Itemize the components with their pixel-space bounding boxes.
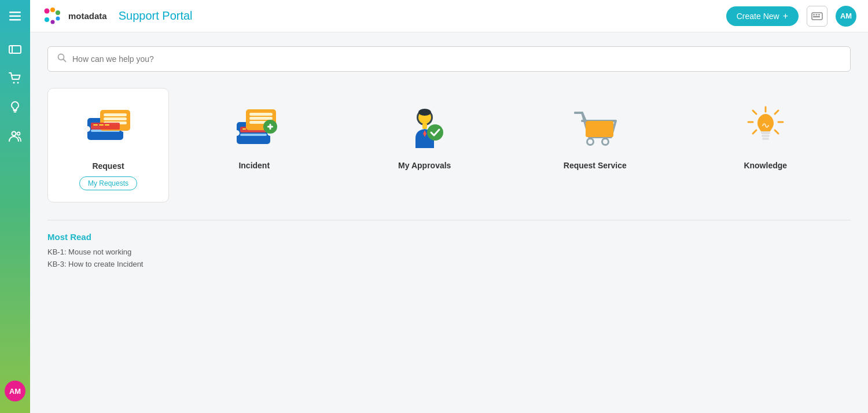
incident-icon bbox=[228, 102, 280, 154]
content-area: Request My Requests bbox=[30, 32, 868, 413]
svg-point-12 bbox=[50, 8, 55, 12]
svg-rect-34 bbox=[93, 124, 98, 126]
svg-point-6 bbox=[17, 82, 19, 84]
svg-line-23 bbox=[64, 60, 66, 62]
sidebar-cart-icon[interactable] bbox=[3, 67, 27, 90]
main-area: motadata Support Portal Create New + AM bbox=[30, 0, 868, 413]
svg-point-5 bbox=[13, 82, 15, 84]
svg-rect-33 bbox=[91, 123, 120, 130]
svg-rect-71 bbox=[761, 131, 770, 134]
svg-rect-59 bbox=[586, 121, 613, 137]
sidebar-bottom-avatar[interactable]: AM bbox=[5, 381, 25, 401]
svg-rect-19 bbox=[816, 14, 818, 15]
knowledge-card[interactable]: Knowledge bbox=[681, 88, 851, 202]
svg-line-65 bbox=[775, 110, 778, 114]
sidebar-bottom: AM bbox=[5, 381, 25, 401]
sidebar: AM bbox=[0, 0, 30, 413]
svg-rect-3 bbox=[9, 46, 21, 53]
create-new-button[interactable]: Create New + bbox=[726, 6, 799, 26]
svg-point-11 bbox=[45, 8, 50, 13]
cards-row: Request My Requests bbox=[47, 88, 851, 202]
svg-rect-35 bbox=[99, 124, 104, 126]
svg-rect-20 bbox=[818, 14, 820, 15]
portal-title: Support Portal bbox=[119, 9, 193, 23]
request-label: Request bbox=[92, 161, 124, 171]
svg-rect-72 bbox=[762, 135, 770, 137]
hamburger-menu[interactable] bbox=[0, 0, 30, 32]
svg-rect-18 bbox=[813, 14, 815, 15]
svg-rect-73 bbox=[762, 138, 769, 140]
svg-point-55 bbox=[418, 109, 431, 116]
request-service-card[interactable]: Request Service bbox=[510, 88, 681, 202]
search-input[interactable] bbox=[72, 54, 841, 64]
approvals-label: My Approvals bbox=[398, 161, 451, 170]
svg-rect-1 bbox=[9, 15, 21, 17]
svg-point-9 bbox=[12, 132, 16, 136]
incident-card[interactable]: Incident bbox=[169, 88, 340, 202]
sidebar-nav bbox=[3, 32, 27, 413]
svg-rect-43 bbox=[242, 128, 246, 130]
sidebar-users-icon[interactable] bbox=[3, 124, 27, 148]
request-service-label: Request Service bbox=[564, 161, 627, 170]
svg-rect-52 bbox=[270, 124, 271, 130]
svg-point-15 bbox=[51, 20, 55, 24]
svg-rect-0 bbox=[9, 12, 21, 13]
logo-icon bbox=[42, 6, 62, 27]
incident-label: Incident bbox=[238, 161, 270, 170]
knowledge-label: Knowledge bbox=[744, 161, 787, 170]
svg-rect-57 bbox=[422, 123, 427, 129]
svg-rect-48 bbox=[249, 117, 273, 120]
svg-point-10 bbox=[17, 132, 20, 135]
svg-rect-30 bbox=[104, 113, 127, 116]
sidebar-ticket-icon[interactable] bbox=[3, 38, 27, 61]
logo: motadata bbox=[42, 6, 107, 27]
svg-point-61 bbox=[588, 139, 593, 144]
approvals-card[interactable]: My Approvals bbox=[340, 88, 510, 202]
svg-rect-31 bbox=[104, 117, 127, 120]
svg-point-63 bbox=[603, 139, 608, 144]
svg-line-70 bbox=[753, 130, 756, 134]
most-read-title: Most Read bbox=[47, 232, 851, 242]
knowledge-icon bbox=[740, 102, 792, 154]
my-requests-button[interactable]: My Requests bbox=[79, 176, 137, 190]
most-read-item-1[interactable]: KB-1: Mouse not working bbox=[47, 248, 851, 256]
request-service-icon bbox=[569, 102, 621, 154]
most-read-item-2[interactable]: KB-3: How to create Incident bbox=[47, 260, 851, 268]
search-icon bbox=[57, 53, 67, 65]
svg-point-25 bbox=[84, 126, 90, 132]
header: motadata Support Portal Create New + AM bbox=[30, 0, 868, 32]
svg-rect-21 bbox=[813, 16, 820, 17]
sidebar-idea-icon[interactable] bbox=[3, 95, 27, 119]
most-read-section: Most Read KB-1: Mouse not working KB-3: … bbox=[47, 232, 851, 268]
logo-text: motadata bbox=[68, 11, 107, 21]
request-card[interactable]: Request My Requests bbox=[47, 88, 169, 202]
svg-point-13 bbox=[56, 10, 60, 15]
svg-line-67 bbox=[775, 130, 778, 134]
header-actions: Create New + AM bbox=[726, 6, 856, 27]
svg-point-38 bbox=[234, 130, 240, 136]
search-bar bbox=[47, 46, 851, 72]
svg-line-68 bbox=[753, 110, 756, 114]
svg-point-16 bbox=[45, 17, 49, 22]
svg-rect-2 bbox=[9, 19, 21, 21]
svg-point-58 bbox=[427, 124, 443, 141]
user-avatar[interactable]: AM bbox=[836, 6, 856, 27]
approvals-icon bbox=[399, 102, 451, 154]
svg-rect-36 bbox=[105, 124, 109, 126]
svg-point-14 bbox=[56, 16, 60, 20]
svg-rect-47 bbox=[249, 113, 273, 116]
svg-rect-41 bbox=[240, 134, 267, 136]
keyboard-shortcut-button[interactable] bbox=[807, 6, 827, 27]
request-icon bbox=[82, 102, 134, 154]
section-divider bbox=[47, 220, 851, 220]
